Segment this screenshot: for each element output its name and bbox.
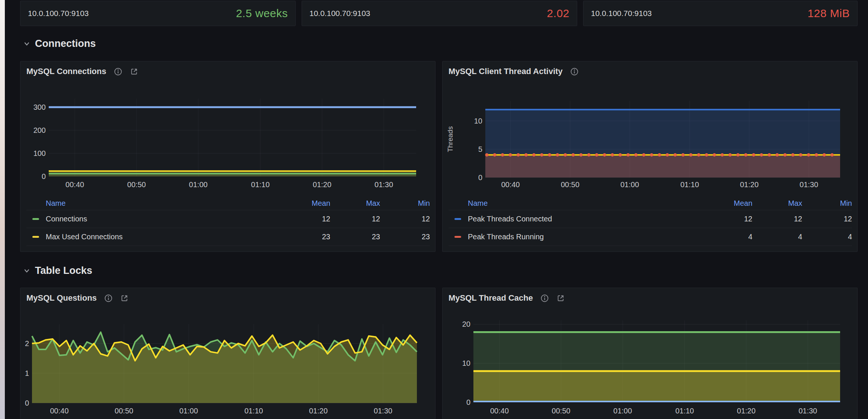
- section-title: Connections: [35, 38, 96, 49]
- svg-text:00:40: 00:40: [501, 180, 520, 189]
- svg-text:20: 20: [462, 320, 470, 328]
- svg-text:00:40: 00:40: [50, 407, 68, 415]
- series-color-swatch: [454, 218, 461, 220]
- stat-instance-label: 10.0.100.70:9103: [28, 9, 89, 18]
- series-label[interactable]: Peak Threads Connected: [468, 215, 552, 223]
- series-mean: 4: [703, 233, 752, 241]
- legend-row[interactable]: Connections 12 12 12: [26, 210, 430, 228]
- series-color-swatch: [32, 218, 39, 220]
- panel-title[interactable]: MySQL Client Thread Activity: [449, 67, 563, 76]
- series-label[interactable]: Connections: [46, 215, 87, 223]
- panel-header[interactable]: MySQL Client Thread Activity: [449, 66, 579, 77]
- panel-mysql-client-thread-activity: MySQL Client Thread Activity 051000:4000…: [442, 61, 858, 252]
- panel-title[interactable]: MySQL Questions: [26, 293, 97, 303]
- legend-column-header[interactable]: Max: [330, 199, 380, 208]
- svg-text:01:30: 01:30: [800, 180, 818, 189]
- section-connections[interactable]: Connections: [23, 38, 96, 49]
- series-min: 4: [802, 233, 852, 241]
- panel-header[interactable]: MySQL Connections: [26, 66, 138, 77]
- panel-header[interactable]: MySQL Thread Cache: [449, 292, 565, 304]
- svg-text:10: 10: [462, 359, 470, 367]
- svg-text:Threads: Threads: [446, 126, 454, 152]
- svg-text:01:20: 01:20: [309, 407, 328, 415]
- stat-value: 2.02: [547, 7, 569, 20]
- series-mean: 23: [280, 233, 330, 241]
- legend-header-row: NameMeanMaxMin: [449, 197, 852, 210]
- external-link-icon[interactable]: [130, 67, 138, 76]
- legend-column-header[interactable]: Mean: [703, 199, 752, 208]
- series-label[interactable]: Peak Threads Running: [468, 233, 544, 241]
- info-circle-icon[interactable]: [570, 67, 579, 76]
- svg-text:10: 10: [474, 117, 482, 125]
- legend-column-header[interactable]: Min: [380, 199, 430, 208]
- svg-text:01:10: 01:10: [244, 407, 263, 415]
- external-link-icon[interactable]: [556, 294, 565, 303]
- info-circle-icon[interactable]: [114, 67, 122, 76]
- stat-panel-load: 10.0.100.70:9103 2.02: [302, 1, 577, 26]
- svg-text:00:40: 00:40: [490, 407, 509, 415]
- stat-value: 2.5 weeks: [236, 7, 288, 20]
- svg-text:01:00: 01:00: [189, 180, 208, 189]
- series-color-swatch: [454, 236, 461, 238]
- series-min: 12: [802, 215, 852, 223]
- svg-text:01:10: 01:10: [675, 407, 694, 415]
- series-max: 4: [752, 233, 802, 241]
- svg-text:01:30: 01:30: [374, 407, 392, 415]
- svg-text:300: 300: [33, 103, 46, 111]
- grafana-dashboard: { "stats": [ {"name": "10.0.100.70:9103"…: [0, 0, 868, 419]
- legend-column-header[interactable]: Mean: [280, 199, 330, 208]
- series-mean: 12: [703, 215, 752, 223]
- legend-column-header[interactable]: Name: [32, 199, 280, 208]
- series-label[interactable]: Max Used Connections: [46, 233, 123, 241]
- svg-text:01:00: 01:00: [179, 407, 198, 415]
- series-color-swatch: [32, 236, 39, 238]
- time-series-chart[interactable]: 051000:4000:5001:0001:1001:2001:30Thread…: [443, 61, 858, 193]
- time-series-chart[interactable]: 010020030000:4000:5001:0001:1001:2001:30: [20, 61, 436, 193]
- svg-text:00:50: 00:50: [127, 180, 146, 189]
- section-title: Table Locks: [35, 265, 92, 276]
- stat-value: 128 MiB: [807, 7, 850, 20]
- svg-text:200: 200: [33, 126, 46, 134]
- panel-title[interactable]: MySQL Connections: [26, 67, 106, 76]
- series-max: 12: [752, 215, 802, 223]
- svg-text:5: 5: [478, 145, 482, 153]
- legend-header-row: NameMeanMaxMin: [26, 197, 430, 210]
- svg-text:01:30: 01:30: [798, 407, 817, 415]
- series-max: 12: [330, 215, 380, 223]
- chevron-down-icon: [23, 267, 30, 275]
- external-link-icon[interactable]: [120, 294, 129, 303]
- chevron-down-icon: [23, 40, 30, 48]
- info-circle-icon[interactable]: [104, 294, 113, 303]
- svg-text:01:10: 01:10: [251, 180, 270, 189]
- info-circle-icon[interactable]: [540, 294, 549, 303]
- legend-column-header[interactable]: Min: [802, 199, 852, 208]
- stat-panel-uptime: 10.0.100.70:9103 2.5 weeks: [20, 1, 296, 26]
- legend-column-header[interactable]: Name: [454, 199, 703, 208]
- legend-row[interactable]: Max Used Connections 23 23 23: [26, 228, 430, 246]
- svg-text:01:30: 01:30: [374, 180, 393, 189]
- time-series-chart[interactable]: 01200:4000:5001:0001:1001:2001:30: [20, 288, 436, 419]
- svg-text:100: 100: [33, 149, 46, 157]
- svg-text:01:10: 01:10: [680, 180, 699, 189]
- background-window-edge: [0, 0, 5, 419]
- svg-text:0: 0: [466, 398, 470, 406]
- legend-column-header[interactable]: Max: [752, 199, 802, 208]
- legend-row[interactable]: Peak Threads Running 4 4 4: [449, 228, 852, 246]
- series-min: 23: [380, 233, 430, 241]
- stat-instance-label: 10.0.100.70:9103: [309, 9, 370, 18]
- svg-text:01:00: 01:00: [613, 407, 632, 415]
- panel-header[interactable]: MySQL Questions: [26, 292, 129, 304]
- svg-text:2: 2: [25, 339, 29, 348]
- svg-text:01:20: 01:20: [737, 407, 756, 415]
- panel-mysql-thread-cache: MySQL Thread Cache 0102000:4000:5001:000…: [442, 288, 858, 419]
- svg-text:1: 1: [25, 369, 29, 377]
- legend-row[interactable]: Peak Threads Connected 12 12 12: [449, 210, 852, 228]
- time-series-chart[interactable]: 0102000:4000:5001:0001:1001:2001:30: [443, 288, 858, 419]
- legend-table: NameMeanMaxMin Peak Threads Connected 12…: [449, 197, 852, 246]
- stat-instance-label: 10.0.100.70:9103: [591, 9, 652, 18]
- svg-text:01:00: 01:00: [620, 180, 639, 189]
- panel-title[interactable]: MySQL Thread Cache: [449, 293, 533, 303]
- svg-text:0: 0: [25, 399, 29, 407]
- stat-panel-memory: 10.0.100.70:9103 128 MiB: [583, 1, 858, 26]
- section-table-locks[interactable]: Table Locks: [23, 265, 92, 276]
